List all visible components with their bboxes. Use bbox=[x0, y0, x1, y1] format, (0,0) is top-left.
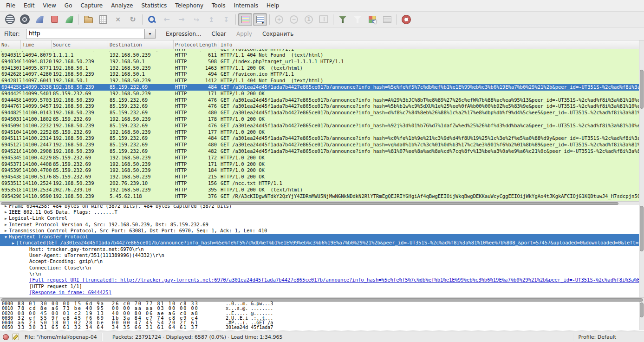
close-file-button[interactable]: ✕ bbox=[111, 13, 125, 26]
detail-frame-line[interactable]: ▶Frame 6944258: 484 bytes on wire (3872 … bbox=[0, 205, 639, 209]
detail-crlf-line[interactable]: \r\n bbox=[0, 271, 639, 277]
resize-columns-button[interactable] bbox=[317, 13, 331, 26]
packet-row-6944458[interactable]: 694445814099.570362192.168.50.23985.159.… bbox=[0, 97, 639, 104]
details-hscrollbar-thumb[interactable] bbox=[1, 298, 643, 302]
detail-llc-line[interactable]: ▶Logical-Link Control bbox=[0, 215, 639, 221]
menu-tools[interactable]: Tools bbox=[208, 0, 230, 11]
expand-triangle-icon[interactable]: ▶ bbox=[3, 228, 9, 234]
expression-button[interactable]: Expression... bbox=[166, 31, 202, 37]
preferences-button[interactable] bbox=[380, 13, 394, 26]
packet-row-6940346[interactable]: 694034614094.812090192.168.50.239192.168… bbox=[0, 59, 639, 65]
column-header-info[interactable]: Info bbox=[219, 40, 639, 49]
packet-row-6945127[interactable]: 694512714100.244720192.168.50.23985.159.… bbox=[0, 142, 639, 148]
packet-row-6945216[interactable]: 694521614100.290808192.168.50.23985.159.… bbox=[0, 148, 639, 155]
restart-capture-button[interactable] bbox=[62, 13, 76, 26]
go-to-packet-button[interactable]: ↪ bbox=[189, 13, 203, 26]
open-file-button[interactable] bbox=[81, 13, 95, 26]
column-header-length[interactable]: Length bbox=[199, 40, 219, 49]
capture-filter-button[interactable] bbox=[336, 13, 350, 26]
packet-row-6940319[interactable]: 694031914094.8079941.1.1.1192.168.50.239… bbox=[0, 52, 639, 59]
bytes-vscrollbar[interactable] bbox=[639, 302, 644, 330]
packet-row-6945031[interactable]: 694503114100.18022085.159.232.69192.168.… bbox=[0, 116, 639, 123]
reload-button[interactable]: ↻ bbox=[126, 13, 140, 26]
detail-host-line[interactable]: Host: tracker.gay-torrents.net:6970\r\n bbox=[0, 246, 639, 252]
packet-row-6945104[interactable]: 694510414100.22527685.159.232.69192.168.… bbox=[0, 129, 639, 136]
column-header-protocol[interactable]: Protocol bbox=[174, 40, 199, 49]
packet-row-6944258[interactable]: 694425814099.333820192.168.50.23985.159.… bbox=[0, 84, 639, 91]
packet-row-6945345[interactable]: 694534514100.42290885.159.232.69192.168.… bbox=[0, 155, 639, 161]
hex-row-0000[interactable]: 000088 01 30 00 00 15 6d 9a 26 c0 70 77 … bbox=[0, 302, 639, 306]
menu-analyze[interactable]: Analyze bbox=[107, 0, 137, 11]
packet-row-6954298[interactable]: 695429814110.959036192.168.50.2395.45.62… bbox=[0, 193, 639, 200]
go-top-button[interactable]: ↥ bbox=[204, 13, 218, 26]
hex-row-0040[interactable]: 0040a6 23 50 18 01 02 28 be 00 00 47 45 … bbox=[0, 321, 639, 325]
hex-row-0050[interactable]: 005033 30 31 65 61 32 34 64 34 35 66 31 … bbox=[0, 325, 639, 330]
filter-input[interactable]: http bbox=[26, 29, 144, 39]
packet-row-6944425[interactable]: 694442514099.54015485.159.232.69192.168.… bbox=[0, 91, 639, 97]
menu-capture[interactable]: Capture bbox=[76, 0, 107, 11]
save-file-button[interactable] bbox=[96, 13, 110, 26]
collapse-triangle-icon[interactable]: ▼ bbox=[3, 234, 9, 240]
detail-ip-line[interactable]: ▶Internet Protocol Version 4, Src: 192.1… bbox=[0, 222, 639, 228]
menu-telephony[interactable]: Telephony bbox=[171, 0, 208, 11]
detail-http-line[interactable]: ▼Hypertext Transfer Protocol bbox=[0, 234, 639, 240]
expand-triangle-icon[interactable]: ▶ bbox=[10, 240, 16, 246]
detail-request-number-line[interactable]: [HTTP request 1/1] bbox=[0, 283, 639, 289]
expand-triangle-icon[interactable]: ▶ bbox=[3, 222, 9, 228]
expand-triangle-icon[interactable]: ▶ bbox=[3, 209, 9, 215]
colorize-toggle-button[interactable] bbox=[238, 13, 252, 26]
go-bottom-button[interactable]: ↧ bbox=[219, 13, 233, 26]
stop-capture-button[interactable] bbox=[47, 13, 61, 26]
autoscroll-toggle-button[interactable] bbox=[253, 13, 267, 26]
packet-row-6945395[interactable]: 694539514100.47001285.159.232.69192.168.… bbox=[0, 167, 639, 174]
packet-row-6945438[interactable]: 694543814100.51762885.159.232.69192.168.… bbox=[0, 174, 639, 180]
filter-dropdown-button[interactable]: ▾ bbox=[144, 29, 155, 39]
packet-row-6942817[interactable]: 694281714097.604154192.168.50.1192.168.5… bbox=[0, 78, 639, 84]
detail-dot11-line[interactable]: ▶IEEE 802.11 QoS Data, Flags: .......T bbox=[0, 209, 639, 215]
clear-button[interactable]: Clear bbox=[212, 31, 226, 37]
help-button[interactable] bbox=[399, 13, 413, 26]
detail-accept-encoding-line[interactable]: Accept-Encoding: gzip\r\n bbox=[0, 258, 639, 264]
zoom-100-button[interactable]: 1 bbox=[302, 13, 316, 26]
hex-row-0030[interactable]: 003032 ef 55 9f e8 45 f6 69 1b 3a 84 e7 … bbox=[0, 316, 639, 321]
menu-edit[interactable]: Edit bbox=[20, 0, 39, 11]
detail-connection-line[interactable]: Connection: Close\r\n bbox=[0, 265, 639, 271]
go-back-button[interactable]: ← bbox=[160, 13, 174, 26]
zoom-in-button[interactable]: + bbox=[272, 13, 286, 26]
bytes-vscrollbar-thumb[interactable] bbox=[640, 303, 644, 317]
packet-row-6953513[interactable]: 695351314110.252410192.168.50.239202.76.… bbox=[0, 180, 639, 187]
packet-row-6953518[interactable]: 695351814110.253434202.76.239.10192.168.… bbox=[0, 187, 639, 193]
column-header-time[interactable]: Time bbox=[21, 40, 52, 49]
menu-view[interactable]: View bbox=[39, 0, 60, 11]
coloring-rules-button[interactable] bbox=[365, 13, 379, 26]
menu-go[interactable]: Go bbox=[60, 0, 77, 11]
packet-row-6945094[interactable]: 694509414100.223216192.168.50.23985.159.… bbox=[0, 123, 639, 129]
menu-file[interactable]: File bbox=[2, 0, 20, 11]
packet-row-6945371[interactable]: 694537114100.44082885.159.232.69192.168.… bbox=[0, 161, 639, 168]
apply-button[interactable]: Apply bbox=[236, 31, 252, 37]
display-filter-button[interactable] bbox=[351, 13, 364, 26]
expand-triangle-icon[interactable]: ▶ bbox=[3, 205, 9, 209]
detail-full-uri-line[interactable]: [Full request URI [truncated]: http://tr… bbox=[0, 277, 639, 283]
menu-statistics[interactable]: Statistics bbox=[137, 0, 171, 11]
menu-internals[interactable]: Internals bbox=[230, 0, 263, 11]
column-header-source[interactable]: Source bbox=[52, 40, 108, 49]
zoom-out-button[interactable]: − bbox=[287, 13, 301, 26]
expand-triangle-icon[interactable]: ▶ bbox=[3, 216, 9, 222]
detail-user-agent-line[interactable]: User-Agent: uTorrent/351(111389996)(4433… bbox=[0, 252, 639, 258]
packet-row-6941301[interactable]: 694130114095.877114192.168.50.1192.168.5… bbox=[0, 65, 639, 72]
packet-list-vscrollbar[interactable] bbox=[639, 40, 644, 205]
filter-combo[interactable]: http ▾ bbox=[26, 29, 156, 39]
detail-text[interactable]: [Response in frame: 6944425] bbox=[29, 289, 111, 295]
detail-tcp-line[interactable]: ▶Transmission Control Protocol, Src Port… bbox=[0, 228, 639, 234]
capture-comment-icon[interactable] bbox=[13, 334, 19, 340]
packet-row-6944767[interactable]: 694476714099.945710192.168.50.23985.159.… bbox=[0, 103, 639, 110]
go-forward-button[interactable]: → bbox=[175, 13, 189, 26]
hex-row-0020[interactable]: 002008 00 45 00 01 c2 19 13 40 00 80 06 … bbox=[0, 311, 639, 316]
find-packet-button[interactable] bbox=[145, 13, 159, 26]
save-filter-button[interactable]: Сохранить bbox=[262, 31, 294, 37]
hex-row-0010[interactable]: 001078 cd 8e a6 73 be 40 95 00 00 aa aa … bbox=[0, 306, 639, 311]
packet-row-6942628[interactable]: 694262814097.428024192.168.50.239192.168… bbox=[0, 71, 639, 78]
expert-info-icon[interactable] bbox=[3, 334, 9, 340]
details-vscrollbar-thumb[interactable] bbox=[640, 206, 644, 251]
